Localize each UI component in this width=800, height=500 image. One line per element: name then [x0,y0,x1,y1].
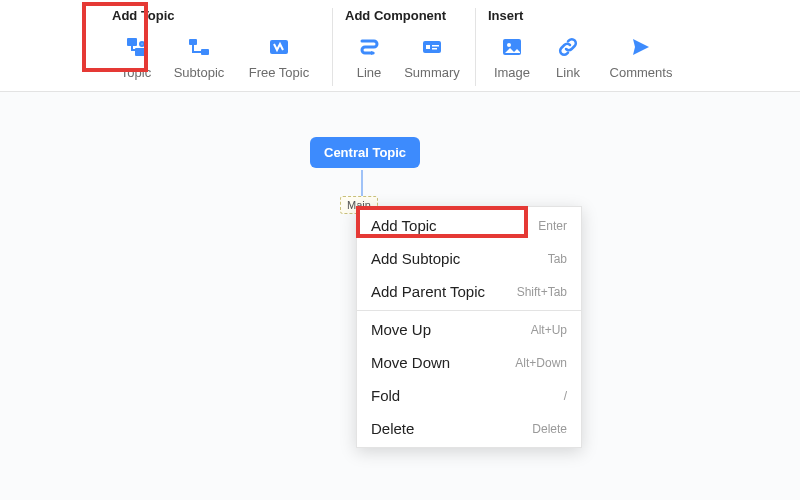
svg-point-11 [507,43,511,47]
image-label: Image [494,65,530,80]
ctx-shortcut: Delete [532,422,567,436]
toolbar-row: Line Summary [341,29,467,86]
comments-icon [627,33,655,61]
summary-label: Summary [404,65,460,80]
summary-icon [418,33,446,61]
ctx-label: Delete [371,420,414,437]
toolbar-row: Topic Subtopic Free Topic [108,29,324,86]
ctx-label: Fold [371,387,400,404]
toolbar: Add Topic Topic Subtopic Free Topic [0,0,800,92]
subtopic-label: Subtopic [174,65,225,80]
toolbar-group-add-topic: Add Topic Topic Subtopic Free Topic [100,8,332,86]
ctx-label: Add Topic [371,217,437,234]
toolbar-group-add-component: Add Component Line Summary [332,8,475,86]
link-button[interactable]: Link [540,29,596,86]
comments-button[interactable]: Comments [596,29,686,86]
toolbar-group-insert: Insert Image Link Comments [475,8,694,86]
toolbar-group-title: Insert [484,8,686,23]
line-button[interactable]: Line [341,29,397,86]
svg-rect-6 [423,41,441,53]
ctx-label: Add Subtopic [371,250,460,267]
ctx-shortcut: Tab [548,252,567,266]
svg-rect-7 [426,45,430,49]
toolbar-group-title: Add Component [341,8,467,23]
svg-rect-1 [135,48,145,56]
ctx-label: Move Down [371,354,450,371]
svg-rect-8 [432,45,439,47]
central-topic-node[interactable]: Central Topic [310,137,420,168]
ctx-delete[interactable]: Delete Delete [357,412,581,445]
image-button[interactable]: Image [484,29,540,86]
svg-rect-0 [127,38,137,46]
ctx-shortcut: Alt+Down [515,356,567,370]
link-icon [554,33,582,61]
ctx-fold[interactable]: Fold / [357,379,581,412]
topic-icon [122,33,150,61]
free-topic-icon [265,33,293,61]
ctx-shortcut: Alt+Up [531,323,567,337]
comments-label: Comments [610,65,673,80]
svg-rect-4 [201,49,209,55]
svg-rect-9 [432,48,437,50]
summary-button[interactable]: Summary [397,29,467,86]
image-icon [498,33,526,61]
subtopic-button[interactable]: Subtopic [164,29,234,86]
free-topic-button[interactable]: Free Topic [234,29,324,86]
ctx-label: Move Up [371,321,431,338]
ctx-shortcut: / [564,389,567,403]
ctx-add-subtopic[interactable]: Add Subtopic Tab [357,242,581,275]
toolbar-group-title: Add Topic [108,8,324,23]
ctx-separator [357,310,581,311]
free-topic-label: Free Topic [249,65,309,80]
line-icon [355,33,383,61]
ctx-label: Add Parent Topic [371,283,485,300]
ctx-add-parent-topic[interactable]: Add Parent Topic Shift+Tab [357,275,581,308]
svg-rect-3 [189,39,197,45]
subtopic-icon [185,33,213,61]
line-label: Line [357,65,382,80]
ctx-add-topic[interactable]: Add Topic Enter [357,209,581,242]
link-label: Link [556,65,580,80]
topic-button[interactable]: Topic [108,29,164,86]
ctx-move-up[interactable]: Move Up Alt+Up [357,313,581,346]
node-connector [361,170,363,196]
ctx-shortcut: Shift+Tab [517,285,567,299]
ctx-shortcut: Enter [538,219,567,233]
toolbar-row: Image Link Comments [484,29,686,86]
context-menu: Add Topic Enter Add Subtopic Tab Add Par… [356,206,582,448]
topic-label: Topic [121,65,151,80]
mindmap-canvas[interactable]: Central Topic Main Add Topic Enter Add S… [0,92,800,500]
ctx-move-down[interactable]: Move Down Alt+Down [357,346,581,379]
